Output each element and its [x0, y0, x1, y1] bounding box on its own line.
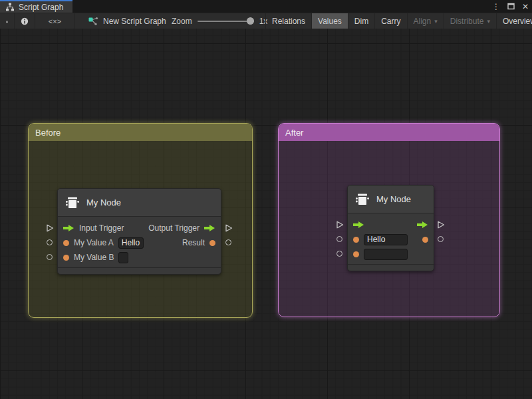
- node-after-body: [348, 213, 434, 261]
- lock-icon: [6, 17, 8, 26]
- value-b-label: My Value B: [74, 253, 114, 262]
- triangle-port-icon: [437, 221, 445, 229]
- external-value-b-port[interactable]: [47, 254, 53, 260]
- zoom-slider-track: [198, 21, 254, 22]
- new-script-graph-button[interactable]: New Script Graph: [83, 13, 172, 29]
- values-button[interactable]: Values: [312, 13, 348, 29]
- align-dropdown[interactable]: Align ▾: [408, 13, 444, 29]
- group-after-title: After: [285, 128, 303, 138]
- tab-bar: Script Graph ⋮ ✕: [0, 0, 532, 13]
- value-a-input[interactable]: [364, 234, 408, 245]
- port-row-value-a: [348, 232, 434, 247]
- toolbar-left-icons: <×>: [0, 13, 75, 29]
- triangle-port-icon: [336, 221, 344, 229]
- external-flow-input-port[interactable]: [46, 224, 54, 232]
- carry-button[interactable]: Carry: [375, 13, 407, 29]
- tab-script-graph[interactable]: Script Graph: [0, 0, 72, 13]
- tab-title: Script Graph: [19, 3, 63, 12]
- port-row-triggers: Input Trigger Output Trigger: [58, 221, 221, 235]
- value-b-port-icon[interactable]: [63, 255, 69, 261]
- relations-label: Relations: [272, 17, 305, 26]
- align-label: Align: [414, 17, 432, 26]
- zoom-control: Zoom 1x: [172, 13, 267, 29]
- kebab-menu-icon[interactable]: ⋮: [491, 1, 501, 12]
- external-result-port[interactable]: [438, 236, 444, 242]
- lock-button[interactable]: [0, 13, 15, 29]
- triangle-port-icon: [46, 224, 54, 232]
- external-value-b-port[interactable]: [336, 251, 342, 257]
- group-before-header[interactable]: Before: [29, 124, 252, 141]
- maximize-icon[interactable]: [505, 1, 516, 12]
- carry-label: Carry: [381, 17, 400, 26]
- group-after-header[interactable]: After: [279, 124, 499, 141]
- output-trigger-port-icon[interactable]: [204, 224, 215, 232]
- port-row-triggers: [348, 217, 434, 232]
- code-view-button[interactable]: <×>: [35, 13, 75, 29]
- code-icon: <×>: [49, 17, 61, 25]
- relations-button[interactable]: Relations: [266, 13, 312, 29]
- info-button[interactable]: [15, 13, 35, 29]
- value-b-port-icon[interactable]: [353, 251, 359, 257]
- new-graph-label: New Script Graph: [103, 17, 166, 26]
- input-trigger-port-icon[interactable]: [353, 221, 364, 229]
- output-trigger-label: Output Trigger: [148, 223, 200, 233]
- node-title: My Node: [86, 198, 121, 207]
- external-value-a-port[interactable]: [336, 236, 342, 242]
- unit-node-icon: [65, 196, 80, 210]
- unit-node-icon: [355, 192, 370, 207]
- chevron-down-icon: ▾: [487, 18, 490, 25]
- external-result-port[interactable]: [225, 239, 231, 245]
- node-after[interactable]: My Node: [347, 185, 434, 271]
- node-before[interactable]: My Node Input Trigger Output Trigger: [57, 188, 221, 275]
- output-trigger-port-icon[interactable]: [417, 221, 428, 229]
- port-row-value-a: My Value A Result: [58, 235, 221, 250]
- graph-hierarchy-icon: [5, 3, 15, 11]
- script-graph-window: Script Graph ⋮ ✕: [0, 0, 532, 399]
- overview-button[interactable]: Overview: [497, 13, 532, 29]
- value-a-port-icon[interactable]: [353, 237, 359, 243]
- dim-label: Dim: [354, 17, 368, 26]
- toolbar-right-buttons: Relations Values Dim Carry Align ▾ Distr…: [265, 13, 532, 29]
- close-icon[interactable]: ✕: [520, 1, 531, 12]
- external-flow-output-port[interactable]: [225, 224, 233, 232]
- values-label: Values: [318, 17, 342, 26]
- value-b-input[interactable]: [118, 252, 128, 263]
- info-icon: [21, 17, 29, 26]
- node-before-body: Input Trigger Output Trigger My Value A: [58, 217, 221, 265]
- window-controls: ⋮ ✕: [491, 0, 531, 13]
- value-b-input[interactable]: [364, 249, 408, 260]
- zoom-slider[interactable]: [198, 13, 254, 29]
- node-before-header[interactable]: My Node: [58, 189, 221, 217]
- port-row-value-b: [348, 247, 434, 261]
- node-title: My Node: [376, 194, 411, 204]
- external-flow-output-port[interactable]: [437, 221, 445, 229]
- value-a-port-icon[interactable]: [63, 240, 69, 246]
- group-before-title: Before: [35, 128, 61, 138]
- node-after-header[interactable]: My Node: [348, 186, 434, 213]
- value-a-input[interactable]: [118, 237, 144, 249]
- graph-canvas[interactable]: Before After My Node: [0, 29, 532, 399]
- input-trigger-label: Input Trigger: [79, 223, 124, 233]
- result-label: Result: [182, 238, 205, 247]
- dim-button[interactable]: Dim: [348, 13, 375, 29]
- node-before-footer: [58, 267, 221, 274]
- overview-label: Overview: [503, 17, 532, 26]
- port-row-value-b: My Value B: [58, 250, 221, 265]
- result-port-icon[interactable]: [209, 240, 215, 246]
- zoom-label: Zoom: [172, 17, 192, 26]
- distribute-label: Distribute: [450, 17, 484, 26]
- external-value-a-port[interactable]: [47, 239, 53, 245]
- chevron-down-icon: ▾: [434, 18, 438, 25]
- external-flow-input-port[interactable]: [336, 221, 344, 229]
- zoom-slider-thumb[interactable]: [247, 17, 254, 25]
- input-trigger-port-icon[interactable]: [63, 224, 74, 232]
- node-after-footer: [348, 264, 434, 271]
- result-port-icon[interactable]: [422, 237, 428, 243]
- triangle-port-icon: [225, 224, 233, 232]
- graph-toolbar: <×> New Script Graph Zoom 1x Relations: [0, 13, 532, 29]
- new-graph-icon: [88, 17, 98, 26]
- value-a-label: My Value A: [74, 238, 114, 247]
- distribute-dropdown[interactable]: Distribute ▾: [444, 13, 497, 29]
